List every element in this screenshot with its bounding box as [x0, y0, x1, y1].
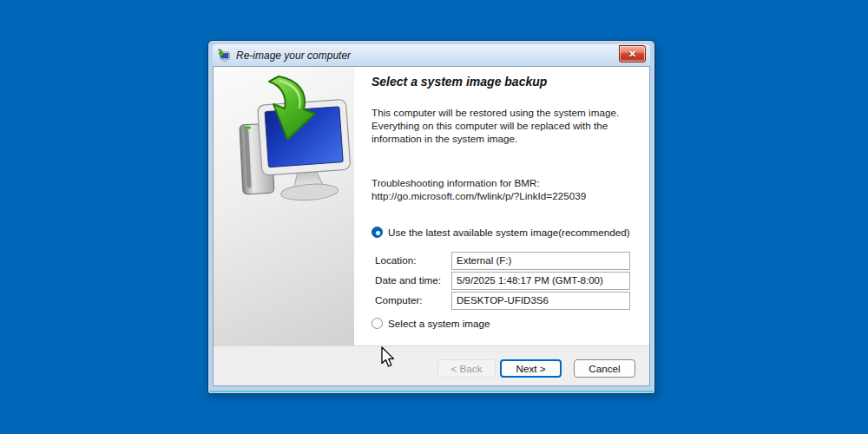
window-title: Re-image your computer	[236, 49, 351, 62]
radio-select-label: Select a system image	[388, 318, 490, 329]
content-row: Select a system image backup This comput…	[214, 67, 649, 345]
wizard-content-area: Select a system image backup This comput…	[354, 67, 649, 345]
frame-bottom-accent	[209, 391, 654, 392]
close-button[interactable]: ✕	[619, 45, 646, 62]
troubleshooting-line: Troubleshooting information for BMR:	[372, 176, 586, 189]
description-line: Everything on this computer will be repl…	[372, 119, 619, 132]
titlebar[interactable]: Re-image your computer ✕	[213, 44, 650, 66]
wizard-image-panel	[214, 67, 354, 345]
desktop: { "window": { "title": "Re-image your co…	[0, 0, 868, 434]
description-line: This computer will be restored using the…	[372, 106, 619, 119]
radio-use-latest-label: Use the latest available system image(re…	[388, 227, 630, 238]
radio-selected-icon[interactable]	[372, 227, 383, 238]
computer-restore-illustration	[224, 74, 354, 217]
radio-use-latest-image[interactable]: Use the latest available system image(re…	[372, 227, 630, 238]
location-value-box[interactable]: External (F:)	[451, 252, 630, 270]
computer-label: Computer:	[375, 294, 423, 306]
datetime-value-box[interactable]: 5/9/2025 1:48:17 PM (GMT-8:00)	[451, 272, 630, 290]
datetime-field-row: Date and time: 5/9/2025 1:48:17 PM (GMT-…	[354, 272, 649, 290]
troubleshooting-link: http://go.microsoft.com/fwlink/p/?LinkId…	[372, 189, 586, 202]
next-button[interactable]: Next >	[500, 359, 562, 378]
dialog-client-area: Select a system image backup This comput…	[213, 66, 650, 386]
cancel-button[interactable]: Cancel	[574, 359, 635, 378]
radio-select-image[interactable]: Select a system image	[372, 318, 490, 329]
computer-field-row: Computer: DESKTOP-UFID3S6	[354, 292, 649, 310]
page-title: Select a system image backup	[372, 75, 547, 89]
reimage-dialog-window: Re-image your computer ✕	[207, 40, 655, 394]
location-field-row: Location: External (F:)	[354, 252, 649, 270]
radio-unselected-icon[interactable]	[372, 318, 383, 329]
description-line: information in the system image.	[372, 132, 619, 145]
location-label: Location:	[375, 254, 416, 266]
datetime-label: Date and time:	[375, 274, 441, 286]
reimage-computer-icon	[216, 49, 230, 62]
troubleshooting-text: Troubleshooting information for BMR: htt…	[372, 176, 586, 202]
computer-value-box[interactable]: DESKTOP-UFID3S6	[451, 292, 630, 310]
description-text: This computer will be restored using the…	[372, 106, 619, 145]
back-button[interactable]: < Back	[437, 359, 496, 378]
close-icon: ✕	[628, 49, 636, 59]
wizard-button-bar: < Back Next > Cancel	[214, 345, 649, 385]
